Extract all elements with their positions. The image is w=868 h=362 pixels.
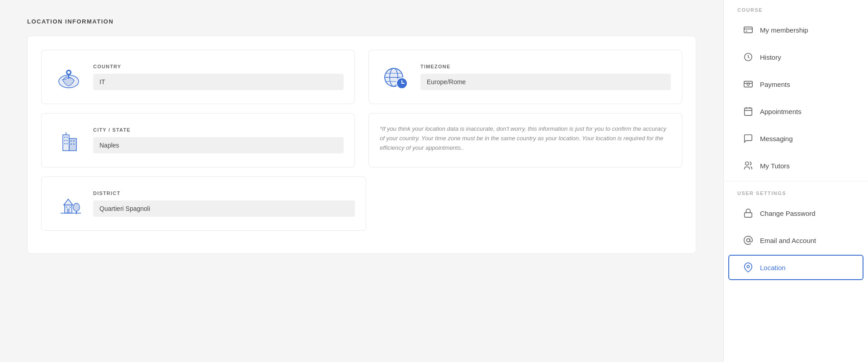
svg-rect-14: [66, 137, 68, 138]
country-icon: [52, 61, 84, 93]
country-label: COUNTRY: [93, 64, 344, 69]
sidebar-item-payments[interactable]: Payments: [728, 71, 863, 97]
svg-point-29: [73, 203, 80, 211]
info-card: *If you think your location data is inac…: [368, 113, 682, 167]
history-icon: [743, 52, 754, 62]
timezone-input[interactable]: [420, 74, 671, 90]
svg-rect-26: [67, 209, 70, 213]
timezone-icon: [380, 61, 411, 93]
country-field-card: COUNTRY: [41, 50, 355, 104]
email-account-label: Email and Account: [760, 237, 816, 244]
country-field-content: COUNTRY: [93, 64, 344, 90]
svg-rect-44: [745, 213, 752, 217]
appointments-icon: [743, 106, 754, 117]
email-account-icon: [743, 235, 754, 246]
change-password-label: Change Password: [760, 210, 816, 217]
info-text: *If you think your location data is inac…: [380, 124, 671, 152]
city-label: CITY / STATE: [93, 127, 344, 133]
svg-rect-11: [63, 135, 69, 151]
svg-rect-32: [744, 27, 752, 33]
svg-rect-18: [66, 143, 68, 144]
sidebar-item-my-membership[interactable]: My membership: [728, 17, 863, 43]
row-2: CITY / STATE *If you think your location…: [41, 113, 682, 167]
svg-rect-21: [71, 143, 72, 145]
sidebar-item-messaging[interactable]: Messaging: [728, 126, 863, 151]
svg-rect-39: [745, 108, 752, 116]
empty-right: [380, 176, 682, 231]
change-password-icon: [743, 208, 754, 219]
district-field-content: DISTRICT: [93, 191, 355, 217]
svg-point-46: [747, 265, 750, 268]
page-title: LOCATION INFORMATION: [27, 18, 696, 25]
history-label: History: [760, 53, 781, 61]
my-membership-label: My membership: [760, 26, 808, 34]
main-content: LOCATION INFORMATION: [0, 0, 723, 362]
location-card: COUNTRY: [27, 36, 696, 254]
city-icon: [52, 124, 84, 156]
district-field-card: DISTRICT: [41, 176, 366, 231]
sidebar-divider: [724, 181, 868, 181]
svg-rect-36: [744, 81, 752, 87]
membership-icon: [743, 24, 754, 35]
payments-icon: [743, 79, 754, 90]
city-input[interactable]: [93, 137, 344, 153]
district-label: DISTRICT: [93, 191, 355, 196]
sidebar-item-history[interactable]: History: [728, 44, 863, 70]
svg-rect-16: [66, 140, 68, 141]
timezone-field-card: TIMEZONE: [368, 50, 682, 104]
country-input[interactable]: [93, 74, 344, 90]
svg-point-45: [746, 238, 750, 242]
sidebar-item-my-tutors[interactable]: My Tutors: [728, 153, 863, 178]
svg-rect-19: [71, 140, 72, 142]
svg-rect-28: [69, 206, 71, 208]
appointments-label: Appointments: [760, 108, 802, 115]
svg-marker-24: [64, 199, 73, 205]
timezone-field-content: TIMEZONE: [420, 64, 671, 90]
my-tutors-label: My Tutors: [760, 162, 790, 170]
svg-rect-22: [73, 143, 75, 145]
sidebar-item-email-account[interactable]: Email and Account: [728, 228, 863, 253]
row-1: COUNTRY: [41, 50, 682, 104]
sidebar-item-location[interactable]: Location: [728, 255, 863, 280]
user-settings-label: USER SETTINGS: [724, 183, 868, 200]
sidebar-item-appointments[interactable]: Appointments: [728, 99, 863, 124]
row-3: DISTRICT: [41, 176, 682, 231]
timezone-label: TIMEZONE: [420, 64, 671, 69]
district-icon: [52, 188, 84, 219]
payments-label: Payments: [760, 81, 790, 88]
city-field-card: CITY / STATE: [41, 113, 355, 167]
tutors-icon: [743, 160, 754, 171]
location-icon: [743, 262, 754, 273]
location-label: Location: [760, 264, 786, 272]
svg-rect-17: [64, 143, 66, 144]
svg-rect-13: [64, 137, 66, 138]
messaging-icon: [743, 133, 754, 144]
svg-point-43: [745, 162, 749, 165]
messaging-label: Messaging: [760, 135, 793, 143]
course-section-label: COURSE: [724, 0, 868, 16]
sidebar-item-change-password[interactable]: Change Password: [728, 200, 863, 226]
district-input[interactable]: [93, 200, 355, 217]
svg-rect-27: [66, 206, 67, 208]
svg-rect-15: [64, 140, 66, 141]
svg-rect-20: [73, 140, 75, 142]
sidebar: COURSE My membership History: [723, 0, 868, 362]
svg-point-2: [67, 71, 70, 74]
city-field-content: CITY / STATE: [93, 127, 344, 153]
svg-rect-12: [69, 138, 76, 151]
